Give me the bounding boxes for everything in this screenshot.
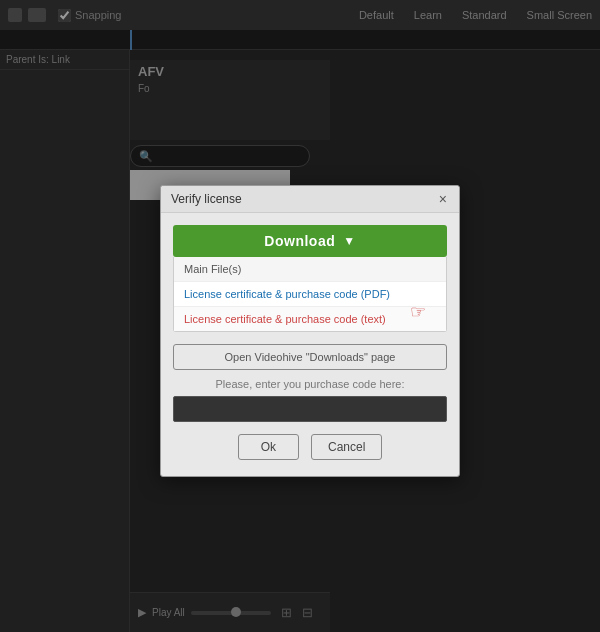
purchase-code-input[interactable] xyxy=(173,396,447,422)
purchase-code-label: Please, enter you purchase code here: xyxy=(173,378,447,390)
open-downloads-label: Open Videohive "Downloads" page xyxy=(225,351,396,363)
dropdown-item-license-text[interactable]: License certificate & purchase code (tex… xyxy=(174,307,446,331)
dropdown-license-pdf-label: License certificate & purchase code (PDF… xyxy=(184,288,390,300)
dialog-close-button[interactable]: × xyxy=(437,192,449,206)
dialog-body: Download ▼ Main File(s) License certific… xyxy=(161,213,459,476)
download-arrow-icon: ▼ xyxy=(343,234,355,248)
download-dropdown: Main File(s) License certificate & purch… xyxy=(173,257,447,332)
download-button-container: Download ▼ Main File(s) License certific… xyxy=(173,225,447,332)
dropdown-item-main-files[interactable]: Main File(s) xyxy=(174,257,446,282)
dropdown-item-license-pdf[interactable]: License certificate & purchase code (PDF… xyxy=(174,282,446,307)
verify-license-dialog: Verify license × Download ▼ Main File(s)… xyxy=(160,185,460,477)
ok-button[interactable]: Ok xyxy=(238,434,299,460)
dialog-actions: Ok Cancel xyxy=(173,434,447,460)
open-downloads-button[interactable]: Open Videohive "Downloads" page xyxy=(173,344,447,370)
download-button[interactable]: Download ▼ xyxy=(173,225,447,257)
dialog-title: Verify license xyxy=(171,192,242,206)
dropdown-license-text-label: License certificate & purchase code (tex… xyxy=(184,313,386,325)
dropdown-main-files-label: Main File(s) xyxy=(184,263,241,275)
download-button-label: Download xyxy=(264,233,335,249)
cancel-button[interactable]: Cancel xyxy=(311,434,382,460)
dialog-titlebar: Verify license × xyxy=(161,186,459,213)
